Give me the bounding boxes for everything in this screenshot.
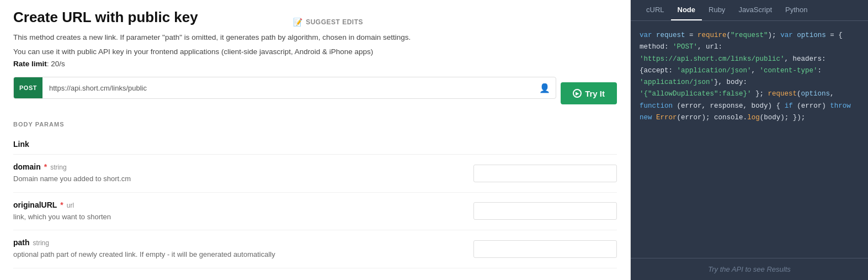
header-area: Create URL with public key 📝 SUGGEST EDI… <box>13 9 617 26</box>
param-row: pathstringoptional path part of newly cr… <box>13 230 617 268</box>
play-icon: ▶ <box>573 89 582 98</box>
rate-limit-value: 20/s <box>51 60 65 68</box>
body-params-label: BODY PARAMS <box>13 121 617 128</box>
url-row: POST 👤 ▶ Try It <box>13 77 617 110</box>
param-name-row: originalURL*url <box>13 200 467 209</box>
method-badge: POST <box>14 77 42 98</box>
param-info: pathstringoptional path part of newly cr… <box>13 238 467 260</box>
param-input-path[interactable] <box>473 240 617 258</box>
suggest-edits-button[interactable]: 📝 SUGGEST EDITS <box>293 18 363 27</box>
page-description-1: This method creates a new link. If param… <box>13 31 617 44</box>
params-container: domain*stringDomain name you added to sh… <box>13 155 617 268</box>
param-name: domain <box>13 162 41 171</box>
right-panel: cURLNodeRubyJavaScriptPython var request… <box>631 0 868 280</box>
param-type: string <box>33 239 49 247</box>
url-input[interactable] <box>42 84 534 92</box>
rate-limit-label: Rate limit <box>13 60 47 68</box>
param-name-row: pathstring <box>13 238 467 247</box>
try-it-label: Try It <box>585 89 605 98</box>
param-input-originalURL[interactable] <box>473 202 617 220</box>
param-name-row: domain*string <box>13 162 467 171</box>
param-name: originalURL <box>13 200 57 209</box>
left-panel: Create URL with public key 📝 SUGGEST EDI… <box>0 0 631 280</box>
code-tab-ruby[interactable]: Ruby <box>702 0 732 20</box>
param-row: originalURL*urllink, which you want to s… <box>13 193 617 231</box>
code-tab-curl[interactable]: cURL <box>640 0 671 20</box>
param-description: Domain name you added to short.cm <box>13 173 467 184</box>
code-tabs: cURLNodeRubyJavaScriptPython <box>631 0 868 21</box>
param-type: url <box>67 202 74 209</box>
suggest-edits-label: SUGGEST EDITS <box>306 18 363 26</box>
try-it-button[interactable]: ▶ Try It <box>561 82 617 104</box>
page-description-2: You can use it with public API key in yo… <box>13 46 617 58</box>
param-group-label: Link <box>13 134 617 155</box>
param-info: originalURL*urllink, which you want to s… <box>13 200 467 223</box>
user-icon: 👤 <box>534 83 556 93</box>
param-info: domain*stringDomain name you added to sh… <box>13 162 467 184</box>
param-description: link, which you want to shorten <box>13 212 467 223</box>
param-type: string <box>50 163 66 171</box>
param-required-marker: * <box>60 200 63 209</box>
rate-limit: Rate limit: 20/s <box>13 60 617 68</box>
code-tab-javascript[interactable]: JavaScript <box>732 0 779 20</box>
code-tab-python[interactable]: Python <box>779 0 814 20</box>
param-name: path <box>13 238 30 247</box>
param-row: domain*stringDomain name you added to sh… <box>13 155 617 193</box>
param-input-domain[interactable] <box>473 165 617 182</box>
param-required-marker: * <box>44 162 47 171</box>
edit-icon: 📝 <box>293 18 303 27</box>
results-hint: Try the API to see Results <box>631 258 868 280</box>
code-block: var request = require("request"); var op… <box>631 21 868 258</box>
code-tab-node[interactable]: Node <box>671 0 702 20</box>
param-description: optional path part of newly created link… <box>13 249 467 260</box>
url-bar: POST 👤 <box>13 77 556 99</box>
